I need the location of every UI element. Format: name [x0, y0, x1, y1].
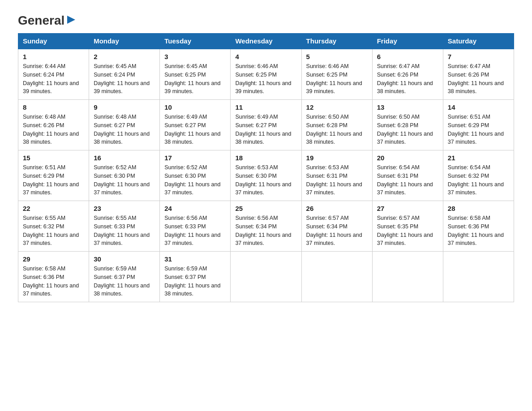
calendar-cell: 1 Sunrise: 6:44 AMSunset: 6:24 PMDayligh… [18, 49, 89, 100]
day-info: Sunrise: 6:51 AMSunset: 6:29 PMDaylight:… [23, 163, 84, 197]
day-info: Sunrise: 6:49 AMSunset: 6:27 PMDaylight:… [235, 113, 296, 146]
calendar-cell: 3 Sunrise: 6:45 AMSunset: 6:25 PMDayligh… [160, 49, 231, 100]
day-info: Sunrise: 6:59 AMSunset: 6:37 PMDaylight:… [164, 265, 226, 298]
col-friday: Friday [372, 34, 443, 49]
calendar-cell: 19 Sunrise: 6:53 AMSunset: 6:31 PMDaylig… [301, 150, 372, 201]
calendar-cell: 30 Sunrise: 6:59 AMSunset: 6:37 PMDaylig… [89, 252, 160, 302]
day-info: Sunrise: 6:50 AMSunset: 6:28 PMDaylight:… [377, 113, 438, 146]
day-info: Sunrise: 6:56 AMSunset: 6:34 PMDaylight:… [235, 214, 296, 248]
day-info: Sunrise: 6:47 AMSunset: 6:26 PMDaylight:… [448, 62, 509, 96]
day-number: 25 [235, 205, 296, 212]
day-number: 18 [235, 154, 296, 162]
day-number: 10 [164, 103, 226, 111]
day-info: Sunrise: 6:48 AMSunset: 6:27 PMDaylight:… [94, 113, 155, 146]
calendar-cell: 17 Sunrise: 6:52 AMSunset: 6:30 PMDaylig… [160, 150, 231, 201]
calendar-cell: 13 Sunrise: 6:50 AMSunset: 6:28 PMDaylig… [372, 100, 443, 150]
day-info: Sunrise: 6:54 AMSunset: 6:32 PMDaylight:… [448, 163, 509, 197]
day-info: Sunrise: 6:46 AMSunset: 6:25 PMDaylight:… [235, 62, 296, 96]
calendar-week-row: 15 Sunrise: 6:51 AMSunset: 6:29 PMDaylig… [18, 150, 514, 201]
calendar-cell: 27 Sunrise: 6:57 AMSunset: 6:35 PMDaylig… [372, 201, 443, 252]
day-info: Sunrise: 6:45 AMSunset: 6:25 PMDaylight:… [164, 62, 226, 96]
day-number: 20 [377, 154, 438, 162]
day-number: 12 [306, 103, 368, 111]
calendar-cell [443, 252, 514, 302]
day-info: Sunrise: 6:55 AMSunset: 6:32 PMDaylight:… [23, 214, 84, 248]
day-number: 1 [23, 53, 84, 60]
day-number: 6 [377, 53, 438, 60]
calendar-cell: 9 Sunrise: 6:48 AMSunset: 6:27 PMDayligh… [89, 100, 160, 150]
col-thursday: Thursday [301, 34, 372, 49]
calendar-cell: 5 Sunrise: 6:46 AMSunset: 6:25 PMDayligh… [301, 49, 372, 100]
day-info: Sunrise: 6:53 AMSunset: 6:31 PMDaylight:… [306, 163, 368, 197]
calendar-cell: 18 Sunrise: 6:53 AMSunset: 6:30 PMDaylig… [231, 150, 301, 201]
calendar-cell: 16 Sunrise: 6:52 AMSunset: 6:30 PMDaylig… [89, 150, 160, 201]
calendar-cell: 7 Sunrise: 6:47 AMSunset: 6:26 PMDayligh… [443, 49, 514, 100]
day-number: 27 [377, 205, 438, 212]
calendar-cell: 15 Sunrise: 6:51 AMSunset: 6:29 PMDaylig… [18, 150, 89, 201]
day-info: Sunrise: 6:58 AMSunset: 6:36 PMDaylight:… [23, 265, 84, 298]
calendar-week-row: 8 Sunrise: 6:48 AMSunset: 6:26 PMDayligh… [18, 100, 514, 150]
day-number: 5 [306, 53, 368, 60]
calendar-cell: 10 Sunrise: 6:49 AMSunset: 6:27 PMDaylig… [160, 100, 231, 150]
calendar-cell [301, 252, 372, 302]
day-info: Sunrise: 6:44 AMSunset: 6:24 PMDaylight:… [23, 62, 84, 96]
calendar-cell: 21 Sunrise: 6:54 AMSunset: 6:32 PMDaylig… [443, 150, 514, 201]
calendar-cell: 12 Sunrise: 6:50 AMSunset: 6:28 PMDaylig… [301, 100, 372, 150]
day-number: 15 [23, 154, 84, 162]
day-number: 2 [94, 53, 155, 60]
calendar-cell: 2 Sunrise: 6:45 AMSunset: 6:24 PMDayligh… [89, 49, 160, 100]
calendar-cell: 20 Sunrise: 6:54 AMSunset: 6:31 PMDaylig… [372, 150, 443, 201]
calendar-cell: 24 Sunrise: 6:56 AMSunset: 6:33 PMDaylig… [160, 201, 231, 252]
day-number: 26 [306, 205, 368, 212]
day-info: Sunrise: 6:53 AMSunset: 6:30 PMDaylight:… [235, 163, 296, 197]
col-sunday: Sunday [18, 34, 89, 49]
day-number: 29 [23, 255, 84, 263]
calendar-cell: 23 Sunrise: 6:55 AMSunset: 6:33 PMDaylig… [89, 201, 160, 252]
calendar-cell: 4 Sunrise: 6:46 AMSunset: 6:25 PMDayligh… [231, 49, 301, 100]
logo-arrow-icon [66, 15, 76, 25]
calendar-cell: 22 Sunrise: 6:55 AMSunset: 6:32 PMDaylig… [18, 201, 89, 252]
day-number: 13 [377, 103, 438, 111]
calendar-cell [231, 252, 301, 302]
day-info: Sunrise: 6:47 AMSunset: 6:26 PMDaylight:… [377, 62, 438, 96]
calendar-header-row: Sunday Monday Tuesday Wednesday Thursday… [18, 34, 514, 49]
day-info: Sunrise: 6:57 AMSunset: 6:35 PMDaylight:… [377, 214, 438, 248]
day-info: Sunrise: 6:46 AMSunset: 6:25 PMDaylight:… [306, 62, 368, 96]
calendar-cell: 11 Sunrise: 6:49 AMSunset: 6:27 PMDaylig… [231, 100, 301, 150]
col-monday: Monday [89, 34, 160, 49]
day-number: 4 [235, 53, 296, 60]
calendar-cell [372, 252, 443, 302]
day-info: Sunrise: 6:50 AMSunset: 6:28 PMDaylight:… [306, 113, 368, 146]
day-number: 7 [448, 53, 509, 60]
col-tuesday: Tuesday [160, 34, 231, 49]
day-number: 21 [448, 154, 509, 162]
calendar-cell: 26 Sunrise: 6:57 AMSunset: 6:34 PMDaylig… [301, 201, 372, 252]
svg-marker-0 [67, 16, 75, 24]
logo: General [18, 13, 76, 24]
day-number: 19 [306, 154, 368, 162]
col-wednesday: Wednesday [231, 34, 301, 49]
day-number: 16 [94, 154, 155, 162]
day-number: 8 [23, 103, 84, 111]
calendar-cell: 28 Sunrise: 6:58 AMSunset: 6:36 PMDaylig… [443, 201, 514, 252]
calendar-cell: 29 Sunrise: 6:58 AMSunset: 6:36 PMDaylig… [18, 252, 89, 302]
day-info: Sunrise: 6:55 AMSunset: 6:33 PMDaylight:… [94, 214, 155, 248]
logo-top: General [18, 13, 76, 28]
calendar-cell: 14 Sunrise: 6:51 AMSunset: 6:29 PMDaylig… [443, 100, 514, 150]
calendar-week-row: 1 Sunrise: 6:44 AMSunset: 6:24 PMDayligh… [18, 49, 514, 100]
day-info: Sunrise: 6:51 AMSunset: 6:29 PMDaylight:… [448, 113, 509, 146]
day-number: 22 [23, 205, 84, 212]
day-number: 3 [164, 53, 226, 60]
day-info: Sunrise: 6:54 AMSunset: 6:31 PMDaylight:… [377, 163, 438, 197]
page-header: General [18, 13, 514, 24]
day-info: Sunrise: 6:45 AMSunset: 6:24 PMDaylight:… [94, 62, 155, 96]
calendar-week-row: 22 Sunrise: 6:55 AMSunset: 6:32 PMDaylig… [18, 201, 514, 252]
day-number: 23 [94, 205, 155, 212]
day-number: 24 [164, 205, 226, 212]
calendar-cell: 8 Sunrise: 6:48 AMSunset: 6:26 PMDayligh… [18, 100, 89, 150]
day-info: Sunrise: 6:48 AMSunset: 6:26 PMDaylight:… [23, 113, 84, 146]
day-info: Sunrise: 6:52 AMSunset: 6:30 PMDaylight:… [164, 163, 226, 197]
day-info: Sunrise: 6:57 AMSunset: 6:34 PMDaylight:… [306, 214, 368, 248]
day-number: 28 [448, 205, 509, 212]
calendar-table: Sunday Monday Tuesday Wednesday Thursday… [18, 33, 514, 302]
